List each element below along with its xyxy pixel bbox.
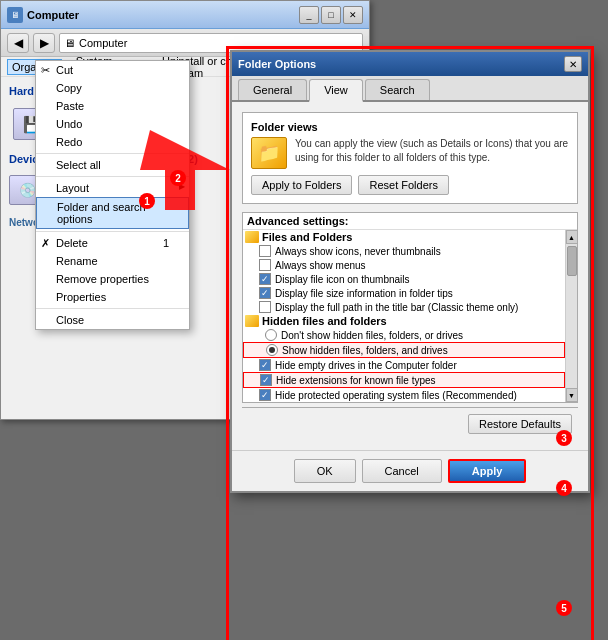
cancel-button[interactable]: Cancel — [362, 459, 442, 483]
setting-hide-extensions: Hide extensions for known file types — [243, 372, 565, 388]
settings-scroll-area: Files and Folders Always show icons, nev… — [243, 230, 577, 402]
hidden-files-label: Hidden files and folders — [262, 315, 387, 327]
setting-show-hidden: Show hidden files, folders, and drives — [243, 342, 565, 358]
cb-file-icon-thumb[interactable] — [259, 273, 271, 285]
setting-file-size-tips: Display file size information in folder … — [243, 286, 565, 300]
dialog-close-button[interactable]: ✕ — [564, 56, 582, 72]
computer-icon: 🖥 — [7, 7, 23, 23]
apply-button[interactable]: Apply — [448, 459, 527, 483]
minimize-btn[interactable]: _ — [299, 6, 319, 24]
advanced-settings-box: Advanced settings: Files and Folders Alw… — [242, 212, 578, 403]
restore-defaults-button[interactable]: Restore Defaults — [468, 414, 572, 434]
scroll-down-btn[interactable]: ▼ — [566, 388, 578, 402]
cb-hide-extensions[interactable] — [260, 374, 272, 386]
setting-files-folders-cat: Files and Folders — [243, 230, 565, 244]
label-file-icon-thumb: Display file icon on thumbnails — [275, 274, 410, 285]
step-1-badge: 1 — [139, 193, 155, 209]
label-dont-show: Don't show hidden files, folders, or dri… — [281, 330, 463, 341]
folder-views-buttons: Apply to Folders Reset Folders — [251, 175, 569, 195]
folder-views-title: Folder views — [251, 121, 569, 133]
label-always-icons: Always show icons, never thumbnails — [275, 246, 441, 257]
label-always-menus: Always show menus — [275, 260, 366, 271]
dialog-tabs: General View Search — [232, 76, 588, 102]
ctx-remove-properties[interactable]: Remove properties — [36, 270, 189, 288]
scroll-up-btn[interactable]: ▲ — [566, 230, 578, 244]
tab-view[interactable]: View — [309, 79, 363, 102]
reset-folders-button[interactable]: Reset Folders — [358, 175, 448, 195]
ctx-sep-4 — [36, 308, 189, 309]
cb-hide-protected[interactable] — [259, 389, 271, 401]
setting-hide-protected: Hide protected operating system files (R… — [243, 388, 565, 402]
ctx-sep-3 — [36, 231, 189, 232]
arrow-graphic — [140, 130, 240, 210]
setting-always-icons: Always show icons, never thumbnails — [243, 244, 565, 258]
explorer-titlebar: 🖥 Computer _ □ ✕ — [1, 1, 369, 29]
ctx-delete[interactable]: ✗ Delete 1 — [36, 234, 189, 252]
restore-defaults-row: Restore Defaults — [242, 407, 578, 440]
forward-button[interactable]: ▶ — [33, 33, 55, 53]
ctx-rename[interactable]: Rename — [36, 252, 189, 270]
dialog-action-buttons: OK Cancel Apply — [232, 450, 588, 491]
step-3-badge: 3 — [556, 430, 572, 446]
ctx-cut[interactable]: ✂ Cut — [36, 61, 189, 79]
setting-hide-empty-drives: Hide empty drives in the Computer folder — [243, 358, 565, 372]
ctx-close[interactable]: Close — [36, 311, 189, 329]
ok-button[interactable]: OK — [294, 459, 356, 483]
address-text: Computer — [79, 37, 127, 49]
radio-show-hidden[interactable] — [266, 344, 278, 356]
folder-icon-sm-2 — [245, 315, 259, 327]
back-button[interactable]: ◀ — [7, 33, 29, 53]
setting-file-icon-thumb: Display file icon on thumbnails — [243, 272, 565, 286]
step-2-badge: 2 — [170, 170, 186, 186]
cb-always-icons[interactable] — [259, 245, 271, 257]
label-show-hidden: Show hidden files, folders, and drives — [282, 345, 448, 356]
scroll-thumb[interactable] — [567, 246, 577, 276]
step-5-badge: 5 — [556, 600, 572, 616]
settings-scrollbar[interactable]: ▲ ▼ — [565, 230, 577, 402]
cb-hide-empty-drives[interactable] — [259, 359, 271, 371]
label-hide-extensions: Hide extensions for known file types — [276, 375, 436, 386]
cb-always-menus[interactable] — [259, 259, 271, 271]
ctx-properties[interactable]: Properties — [36, 288, 189, 306]
cb-full-path[interactable] — [259, 301, 271, 313]
tab-search[interactable]: Search — [365, 79, 430, 100]
folder-views-box: Folder views 📁 You can apply the view (s… — [242, 112, 578, 204]
setting-dont-show-hidden: Don't show hidden files, folders, or dri… — [243, 328, 565, 342]
ctx-copy[interactable]: Copy — [36, 79, 189, 97]
radio-dont-show[interactable] — [265, 329, 277, 341]
settings-content: Files and Folders Always show icons, nev… — [243, 230, 565, 402]
explorer-title: Computer — [27, 9, 299, 21]
address-icon: 🖥 — [64, 37, 75, 49]
dialog-body: Folder views 📁 You can apply the view (s… — [232, 102, 588, 450]
label-hide-protected: Hide protected operating system files (R… — [275, 390, 517, 401]
dialog-title: Folder Options — [238, 58, 564, 70]
setting-hidden-cat: Hidden files and folders — [243, 314, 565, 328]
label-full-path: Display the full path in the title bar (… — [275, 302, 518, 313]
files-folders-label: Files and Folders — [262, 231, 352, 243]
label-hide-empty-drives: Hide empty drives in the Computer folder — [275, 360, 457, 371]
folder-views-content: 📁 You can apply the view (such as Detail… — [251, 137, 569, 169]
step-4-badge: 4 — [556, 480, 572, 496]
maximize-btn[interactable]: □ — [321, 6, 341, 24]
folder-options-dialog: Folder Options ✕ General View Search Fol… — [230, 50, 590, 493]
cb-file-size-tips[interactable] — [259, 287, 271, 299]
title-buttons: _ □ ✕ — [299, 6, 363, 24]
ctx-paste[interactable]: Paste — [36, 97, 189, 115]
dialog-titlebar: Folder Options ✕ — [232, 52, 588, 76]
folder-views-description: You can apply the view (such as Details … — [295, 137, 569, 165]
tab-general[interactable]: General — [238, 79, 307, 100]
apply-to-folders-button[interactable]: Apply to Folders — [251, 175, 352, 195]
advanced-settings-title: Advanced settings: — [243, 213, 577, 230]
setting-full-path: Display the full path in the title bar (… — [243, 300, 565, 314]
setting-always-menus: Always show menus — [243, 258, 565, 272]
close-btn[interactable]: ✕ — [343, 6, 363, 24]
label-file-size-tips: Display file size information in folder … — [275, 288, 453, 299]
folder-icon: 📁 — [251, 137, 287, 169]
folder-icon-sm-1 — [245, 231, 259, 243]
